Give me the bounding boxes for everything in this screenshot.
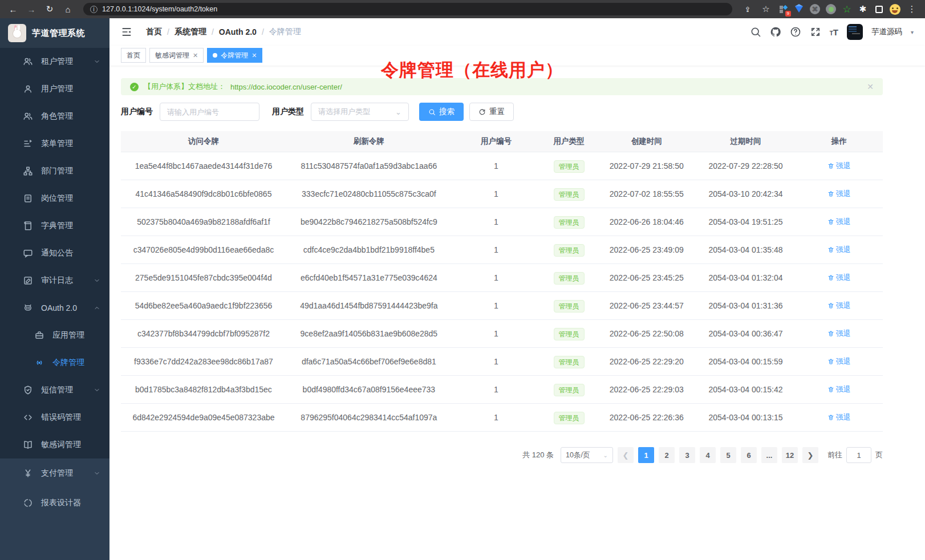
home-button[interactable]: ⌂ [60, 3, 75, 15]
table-row: c347026e805e4d99b0d116eae66eda8c cdfc4ce… [121, 236, 883, 264]
user-avatar[interactable] [847, 24, 863, 40]
browser-menu-icon[interactable]: ⋮ [904, 3, 919, 15]
more-pages-button[interactable]: ... [761, 447, 777, 463]
site-info-icon[interactable]: i [90, 6, 98, 13]
sidebar-item-oauth-tokens[interactable]: 令牌管理 [0, 349, 109, 376]
force-logout-button[interactable]: 强退 [827, 264, 851, 291]
tab-token-mgmt[interactable]: 令牌管理 ✕ [207, 48, 262, 63]
search-icon[interactable] [750, 26, 761, 38]
table-row: 275e5de9151045fe87cbdc395e004f4d e6cfd40… [121, 264, 883, 292]
sidebar-item-sms-mgmt[interactable]: 短信管理 [0, 376, 109, 404]
goto-page-input[interactable] [846, 447, 871, 463]
app-logo-row[interactable]: 芋道管理系统 [0, 18, 109, 48]
doc-link[interactable]: https://doc.iocoder.cn/user-center/ [230, 83, 342, 91]
force-logout-button[interactable]: 强退 [827, 236, 851, 263]
sidebar-item-role-mgmt[interactable]: 角色管理 [0, 103, 109, 130]
extension-command-icon[interactable]: ⌘ [809, 3, 821, 15]
extension-record-icon[interactable] [825, 3, 837, 15]
user-type-select[interactable]: 请选择用户类型 ⌄ [311, 103, 409, 121]
force-logout-button[interactable]: 强退 [827, 292, 851, 319]
force-logout-button[interactable]: 强退 [827, 348, 851, 375]
sidebar-item-menu-mgmt[interactable]: 菜单管理 [0, 130, 109, 157]
forward-button[interactable]: → [24, 3, 39, 15]
next-page-button[interactable]: ❯ [802, 447, 818, 463]
menu-tree-icon [23, 139, 33, 149]
page-button-5[interactable]: 5 [720, 447, 736, 463]
sidebar-fold-icon[interactable] [121, 26, 132, 38]
tab-sensitive-words[interactable]: 敏感词管理 ✕ [149, 48, 204, 63]
extension-squares-icon[interactable]: 9 [777, 3, 789, 15]
close-icon[interactable]: ✕ [251, 52, 257, 59]
tab-home[interactable]: 首页 [121, 48, 146, 63]
sidebar-toggle-icon[interactable] [873, 3, 885, 15]
github-icon[interactable] [770, 26, 781, 38]
sidebar-item-error-code[interactable]: 错误码管理 [0, 404, 109, 431]
extension-puzzle-icon[interactable]: ✱ [857, 3, 869, 15]
page-button-2[interactable]: 2 [659, 447, 675, 463]
prev-page-button[interactable]: ❮ [618, 447, 634, 463]
close-icon[interactable]: ✕ [193, 52, 198, 59]
force-logout-button[interactable]: 强退 [827, 376, 851, 403]
page-button-12[interactable]: 12 [782, 447, 798, 463]
sidebar-item-user-mgmt[interactable]: 用户管理 [0, 75, 109, 103]
sidebar-item-tenant-mgmt[interactable]: 租户管理 [0, 48, 109, 75]
table-row: f9336e7c7dd242a283ee98dc86b17a87 dfa6c71… [121, 348, 883, 376]
sidebar-item-notice[interactable]: 通知公告 [0, 240, 109, 267]
id-badge-icon [23, 193, 33, 204]
bookmark-star-icon[interactable]: ☆ [758, 3, 773, 15]
share-icon[interactable]: ⇪ [740, 3, 755, 15]
table-row: 54d6be82ee5a460a9aedc1f9bf223656 49d1aa4… [121, 292, 883, 320]
token-table: 访问令牌 刷新令牌 用户编号 用户类型 创建时间 过期时间 操作 1ea5e44… [121, 131, 883, 432]
sidebar-item-dept-mgmt[interactable]: 部门管理 [0, 157, 109, 185]
user-menu-caret-icon[interactable]: ▾ [911, 29, 914, 35]
url-bar[interactable]: i 127.0.0.1:1024/system/oauth2/token [83, 3, 732, 15]
table-row: 6d842e2924594de9a09e45e087323abe 8796295… [121, 404, 883, 432]
force-logout-button[interactable]: 强退 [827, 208, 851, 236]
force-logout-button[interactable]: 强退 [827, 180, 851, 208]
font-size-icon[interactable]: TT [830, 27, 838, 37]
extension-star-icon[interactable]: ☆ [841, 3, 853, 15]
breadcrumb-system[interactable]: 系统管理 [175, 27, 206, 37]
fullscreen-icon[interactable] [810, 26, 821, 38]
total-count-label: 共 120 条 [522, 450, 554, 460]
sidebar-item-oauth-apps[interactable]: 应用管理 [0, 322, 109, 349]
username-label[interactable]: 芋道源码 [871, 27, 902, 37]
pagination: 共 120 条 10条/页 ⌄ ❮ 1 2 3 4 5 6 ... 12 ❯ 前… [121, 447, 883, 463]
page-size-select[interactable]: 10条/页 ⌄ [561, 447, 613, 463]
user-id-input[interactable] [160, 103, 259, 121]
sidebar-item-sensitive-words[interactable]: 敏感词管理 [0, 431, 109, 458]
sidebar-item-dict-mgmt[interactable]: 字典管理 [0, 212, 109, 240]
sidebar-item-oauth[interactable]: OAuth 2.0 [0, 294, 109, 322]
extension-gem-icon[interactable] [793, 3, 805, 15]
sidebar-item-pay-mgmt[interactable]: 支付管理 [0, 458, 109, 488]
chevron-down-icon [94, 387, 100, 393]
page-button-1[interactable]: 1 [638, 447, 654, 463]
breadcrumb-home[interactable]: 首页 [146, 27, 162, 37]
force-logout-button[interactable]: 强退 [827, 152, 851, 180]
user-type-badge: 管理员 [554, 216, 585, 229]
profile-avatar-icon[interactable] [889, 3, 901, 15]
back-button[interactable]: ← [6, 3, 21, 15]
breadcrumb-oauth[interactable]: OAuth 2.0 [219, 27, 257, 36]
sidebar-item-post-mgmt[interactable]: 岗位管理 [0, 185, 109, 212]
sidebar-item-report-designer[interactable]: 报表设计器 [0, 488, 109, 518]
active-dot-icon [213, 53, 217, 58]
alert-close-icon[interactable]: ✕ [867, 82, 874, 91]
force-logout-button[interactable]: 强退 [827, 404, 851, 431]
extension-badge: 9 [785, 11, 791, 17]
trash-icon [827, 246, 834, 253]
reset-button[interactable]: 重置 [469, 103, 514, 121]
chevron-down-icon [94, 58, 100, 65]
edit-log-icon [23, 275, 33, 286]
page-button-4[interactable]: 4 [700, 447, 716, 463]
reload-button[interactable]: ↻ [42, 3, 57, 15]
help-icon[interactable] [790, 26, 801, 38]
force-logout-button[interactable]: 强退 [827, 320, 851, 347]
page-button-6[interactable]: 6 [741, 447, 757, 463]
table-header-row: 访问令牌 刷新令牌 用户编号 用户类型 创建时间 过期时间 操作 [121, 131, 883, 152]
yen-icon [23, 468, 33, 478]
sidebar-item-audit-log[interactable]: 审计日志 [0, 267, 109, 294]
app-title: 芋道管理系统 [32, 28, 85, 39]
page-button-3[interactable]: 3 [679, 447, 695, 463]
search-button[interactable]: 搜索 [419, 103, 464, 121]
